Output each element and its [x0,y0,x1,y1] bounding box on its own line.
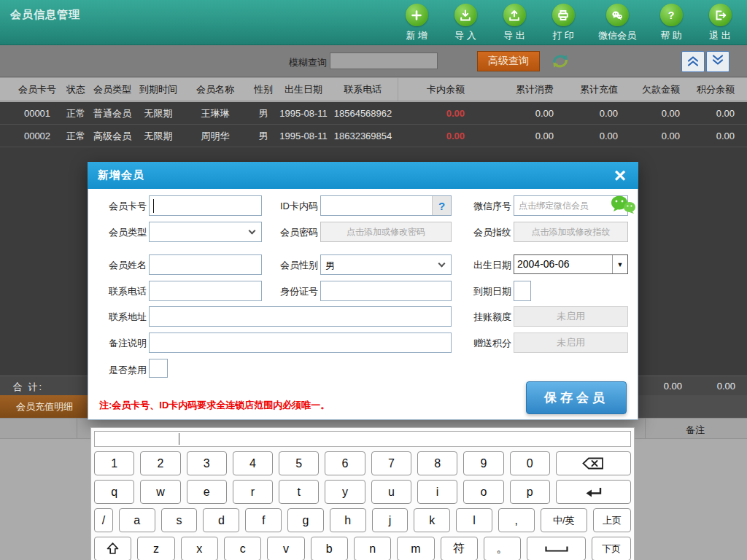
save-member-button[interactable]: 保存会员 [526,381,627,414]
toolbar-add-button[interactable]: 新 增 [397,4,436,42]
expiry-date-checkbox[interactable] [514,281,531,301]
card-no-input[interactable] [149,195,262,216]
key-v[interactable]: v [267,537,304,560]
key-。[interactable]: 。 [484,537,521,560]
key-x[interactable]: x [181,537,218,560]
key-a[interactable]: a [119,508,155,532]
toolbar-print-button[interactable]: 打 印 [543,4,583,42]
key-d[interactable]: d [203,508,239,532]
table-row[interactable]: 00001正常普通会员无限期王琳琳男1995-08-11185645689620… [0,102,747,125]
toolbar-import-button[interactable]: 导 入 [446,4,485,42]
birth-date-select[interactable]: 2004-06-06 ▼ [514,254,628,274]
card-no-label: 会员卡号 [88,200,147,213]
key-z[interactable]: z [137,537,174,560]
cell: 00002 [13,125,61,147]
advanced-search-button[interactable]: 高级查询 [477,51,540,71]
column-header[interactable]: 性别 [248,78,279,101]
cell: 18564568962 [328,102,398,124]
key-/[interactable]: / [94,508,113,532]
column-header[interactable]: 积分余额 [682,78,737,101]
symbols-key[interactable]: 符 [441,537,478,560]
key-l[interactable]: l [456,508,492,532]
column-header[interactable]: 卡内余额 [398,78,467,101]
key-m[interactable]: m [397,537,434,560]
keyboard-input-display[interactable] [94,431,631,447]
key-y[interactable]: y [325,480,365,504]
column-header[interactable]: 会员名称 [182,78,248,101]
key-i[interactable]: i [417,480,457,504]
disable-checkbox[interactable] [149,359,168,378]
key-o[interactable]: o [463,480,503,504]
key-7[interactable]: 7 [371,451,411,475]
key-u[interactable]: u [371,480,411,504]
column-header[interactable]: 到期时间 [134,78,182,101]
gender-select[interactable]: 男 [320,254,452,275]
expand-down-button[interactable] [706,51,729,72]
key-w[interactable]: w [140,480,180,504]
column-header[interactable]: 累计充值 [556,78,620,101]
address-input[interactable] [149,306,452,327]
column-header[interactable]: 状态 [61,78,90,101]
key-q[interactable]: q [94,480,134,504]
credit-limit-label: 挂账额度 [453,311,511,324]
fuzzy-search-input[interactable] [330,52,438,69]
id-code-input[interactable]: ? [320,195,452,216]
column-header[interactable]: 出生日期 [279,78,328,101]
phone-input[interactable] [149,281,262,301]
column-header[interactable]: 累计消费 [467,78,556,101]
space-key[interactable] [527,537,586,560]
close-icon[interactable]: × [606,162,634,189]
toolbar-exit-button[interactable]: 退 出 [700,4,740,42]
key-6[interactable]: 6 [325,451,365,475]
dropdown-arrow-icon[interactable]: ▼ [612,255,627,273]
column-header[interactable]: 会员类型 [90,78,134,101]
backspace-key[interactable] [556,451,631,475]
page-down-key[interactable]: 下页 [592,537,631,560]
id-number-input[interactable] [320,281,452,301]
toolbar-wechat-member-button[interactable]: 微信会员 [592,4,642,42]
wechat-bind-icon[interactable] [608,194,637,218]
column-header[interactable]: 欠款金额 [620,78,682,101]
fingerprint-button[interactable]: 点击添加或修改指纹 [514,222,628,242]
key-g[interactable]: g [287,508,324,532]
password-button[interactable]: 点击添加或修改密码 [320,222,452,242]
collapse-up-button[interactable] [681,51,705,72]
key-c[interactable]: c [224,537,261,560]
page-up-key[interactable]: 上页 [593,508,631,532]
lang-toggle-key[interactable]: 中/英 [541,508,587,532]
help-question-icon[interactable]: ? [432,196,451,215]
column-header[interactable]: 联系电话 [328,78,398,101]
member-type-select[interactable] [149,222,262,242]
column-header[interactable]: 会员卡号 [13,78,61,101]
toolbar-export-button[interactable]: 导 出 [495,4,534,42]
key-,[interactable]: , [498,508,535,532]
refresh-icon[interactable] [549,50,571,72]
key-r[interactable]: r [233,480,273,504]
table-row[interactable]: 00002正常高级会员无限期周明华男1995-08-11186323698540… [0,125,747,147]
key-f[interactable]: f [245,508,282,532]
toolbar-help-button[interactable]: ? 帮 助 [651,4,691,42]
key-t[interactable]: t [279,480,319,504]
key-0[interactable]: 0 [510,451,550,475]
key-h[interactable]: h [330,508,366,532]
key-j[interactable]: j [372,508,409,532]
enter-key[interactable] [556,480,631,504]
key-k[interactable]: k [414,508,450,532]
member-name-input[interactable] [149,254,262,275]
key-2[interactable]: 2 [140,451,180,475]
remark-input[interactable] [149,332,452,353]
key-1[interactable]: 1 [94,451,134,475]
key-9[interactable]: 9 [463,451,503,475]
key-p[interactable]: p [510,480,550,504]
key-n[interactable]: n [354,537,391,560]
key-s[interactable]: s [161,508,198,532]
key-5[interactable]: 5 [279,451,319,475]
key-3[interactable]: 3 [187,451,227,475]
key-4[interactable]: 4 [233,451,273,475]
tab-recharge-detail[interactable]: 会员充值明细 [0,395,89,418]
shift-key[interactable] [94,537,131,560]
key-8[interactable]: 8 [417,451,457,475]
key-b[interactable]: b [311,537,348,560]
keyboard-row-numbers: 1234567890 [94,451,631,475]
key-e[interactable]: e [187,480,227,504]
